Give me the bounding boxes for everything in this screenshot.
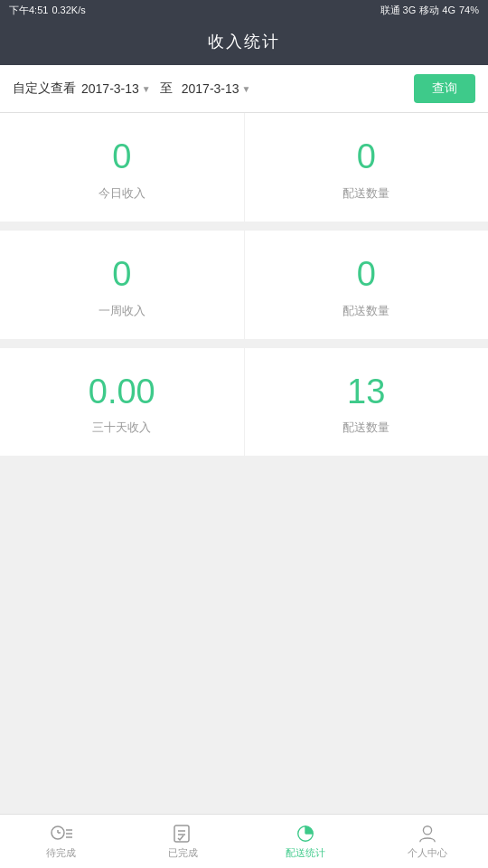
today-income-label: 今日收入 xyxy=(99,185,145,202)
today-income-value: 0 xyxy=(112,138,131,176)
nav-label-completed: 已完成 xyxy=(168,846,198,860)
month-stats-section: 0.00 三十天收入 13 配送数量 xyxy=(0,348,488,457)
today-income-cell: 0 今日收入 xyxy=(0,113,245,222)
status-bar: 下午4:51 0.32K/s 联通 3G 移动 4G 74% xyxy=(0,0,488,20)
chevron-down-icon-2: ▼ xyxy=(242,84,251,94)
week-delivery-cell: 0 配送数量 xyxy=(245,231,489,339)
pie-chart-icon xyxy=(294,824,317,844)
week-income-cell: 0 一周收入 xyxy=(0,231,245,339)
nav-item-pending[interactable]: 待完成 xyxy=(0,815,122,868)
filter-label: 自定义查看 xyxy=(13,80,76,97)
today-stats-row: 0 今日收入 0 配送数量 xyxy=(0,113,488,222)
bottom-nav: 待完成 已完成 配送统计 个人中心 xyxy=(0,814,488,868)
carrier1: 联通 3G xyxy=(380,4,417,17)
status-time: 下午4:51 xyxy=(9,4,48,17)
date-to-value: 2017-3-13 xyxy=(182,81,239,96)
month-income-value: 0.00 xyxy=(89,373,155,411)
status-bar-left: 下午4:51 0.32K/s xyxy=(9,4,86,17)
status-bar-right: 联通 3G 移动 4G 74% xyxy=(380,4,480,17)
date-from-value: 2017-3-13 xyxy=(81,81,139,96)
date-to-selector[interactable]: 2017-3-13 ▼ xyxy=(182,81,251,96)
nav-label-profile: 个人中心 xyxy=(408,846,447,860)
svg-point-12 xyxy=(423,826,431,834)
today-delivery-value: 0 xyxy=(357,138,376,176)
date-from-selector[interactable]: 2017-3-13 ▼ xyxy=(81,81,151,96)
query-button[interactable]: 查询 xyxy=(414,74,475,103)
nav-label-pending: 待完成 xyxy=(46,846,76,860)
week-income-value: 0 xyxy=(112,256,131,294)
month-stats-row: 0.00 三十天收入 13 配送数量 xyxy=(0,348,488,457)
content-spacer xyxy=(0,465,488,814)
week-stats-row: 0 一周收入 0 配送数量 xyxy=(0,231,488,339)
week-delivery-value: 0 xyxy=(357,256,376,294)
month-delivery-cell: 13 配送数量 xyxy=(245,348,489,457)
page-title: 收入统计 xyxy=(208,33,280,51)
clock-list-icon xyxy=(50,824,73,844)
status-network: 0.32K/s xyxy=(52,5,85,15)
svg-rect-6 xyxy=(174,826,189,842)
date-separator: 至 xyxy=(160,80,173,97)
week-income-label: 一周收入 xyxy=(99,303,145,319)
today-delivery-cell: 0 配送数量 xyxy=(245,113,489,222)
chevron-down-icon: ▼ xyxy=(142,84,151,94)
check-list-icon xyxy=(172,824,195,844)
month-income-cell: 0.00 三十天收入 xyxy=(0,348,245,457)
person-icon xyxy=(416,824,439,844)
battery: 74% xyxy=(459,5,479,15)
nav-item-completed[interactable]: 已完成 xyxy=(122,815,244,868)
month-delivery-value: 13 xyxy=(347,373,385,411)
nav-item-profile[interactable]: 个人中心 xyxy=(366,815,488,868)
month-income-label: 三十天收入 xyxy=(92,420,151,436)
today-delivery-label: 配送数量 xyxy=(343,185,389,202)
carrier2: 移动 4G xyxy=(419,4,455,17)
week-delivery-label: 配送数量 xyxy=(343,303,389,319)
week-stats-section: 0 一周收入 0 配送数量 xyxy=(0,231,488,339)
nav-label-stats: 配送统计 xyxy=(286,846,325,860)
today-stats-section: 0 今日收入 0 配送数量 xyxy=(0,113,488,222)
nav-item-stats[interactable]: 配送统计 xyxy=(244,815,366,868)
filter-bar: 自定义查看 2017-3-13 ▼ 至 2017-3-13 ▼ 查询 xyxy=(0,65,488,113)
month-delivery-label: 配送数量 xyxy=(343,420,389,436)
page-header: 收入统计 xyxy=(0,20,488,65)
